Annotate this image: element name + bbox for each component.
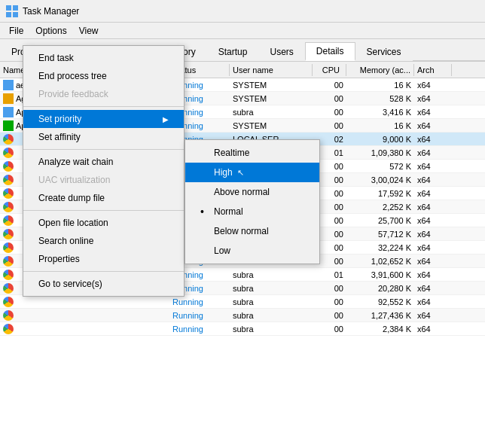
cell-arch: x64 bbox=[414, 270, 452, 279]
ctx-end-task[interactable]: End task bbox=[23, 49, 184, 67]
proc-icon bbox=[3, 242, 14, 253]
title-icon bbox=[6, 5, 18, 17]
svg-rect-1 bbox=[13, 5, 18, 11]
cell-cpu: 00 bbox=[313, 94, 346, 103]
sub-low[interactable]: Low bbox=[185, 241, 319, 261]
proc-icon bbox=[3, 256, 14, 267]
cell-user: SYSTEM bbox=[230, 121, 313, 130]
col-header-arch[interactable]: Arch bbox=[414, 64, 452, 76]
table-row[interactable]: Runningsubra001,27,436 Kx64 bbox=[0, 309, 485, 322]
cell-name bbox=[0, 310, 128, 321]
ctx-provide-feedback[interactable]: Provide feedback bbox=[23, 85, 184, 103]
sub-realtime[interactable]: Realtime bbox=[185, 143, 319, 163]
cell-mem: 92,552 K bbox=[346, 297, 414, 306]
cell-cpu: 00 bbox=[313, 108, 346, 117]
col-header-cpu[interactable]: CPU bbox=[313, 64, 346, 76]
title-text: Task Manager bbox=[23, 6, 79, 17]
tab-services[interactable]: Services bbox=[355, 43, 413, 61]
col-header-user[interactable]: User name bbox=[230, 64, 313, 76]
cell-status: Running bbox=[169, 325, 230, 334]
ctx-sep-2 bbox=[23, 149, 184, 150]
bullet-high bbox=[200, 166, 211, 178]
cell-mem: 16 K bbox=[346, 121, 414, 130]
ctx-search-online[interactable]: Search online bbox=[23, 232, 184, 250]
cell-cpu: 00 bbox=[313, 325, 346, 334]
ctx-properties[interactable]: Properties bbox=[23, 250, 184, 268]
proc-icon bbox=[3, 297, 14, 307]
cell-arch: x64 bbox=[414, 284, 452, 293]
cell-status: Running bbox=[169, 311, 230, 320]
cell-mem: 25,700 K bbox=[346, 216, 414, 225]
cell-mem: 1,09,380 K bbox=[346, 148, 414, 157]
proc-icon bbox=[3, 202, 14, 212]
proc-icon bbox=[3, 215, 14, 226]
cell-arch: x64 bbox=[414, 162, 452, 171]
cell-cpu: 00 bbox=[313, 311, 346, 320]
cell-name bbox=[0, 297, 128, 307]
cell-mem: 1,02,652 K bbox=[346, 257, 414, 266]
menu-options[interactable]: Options bbox=[29, 24, 72, 38]
proc-icon bbox=[3, 148, 14, 158]
cell-mem: 3,416 K bbox=[346, 108, 414, 117]
cell-arch: x64 bbox=[414, 175, 452, 184]
tab-startup[interactable]: Startup bbox=[207, 43, 259, 61]
proc-icon bbox=[3, 120, 14, 131]
cell-arch: x64 bbox=[414, 189, 452, 198]
title-bar: Task Manager bbox=[0, 0, 485, 23]
cell-mem: 20,280 K bbox=[346, 284, 414, 293]
cell-mem: 528 K bbox=[346, 94, 414, 103]
cell-name bbox=[0, 324, 128, 334]
cell-mem: 2,252 K bbox=[346, 203, 414, 212]
ctx-set-priority[interactable]: Set priority ▶ bbox=[23, 110, 184, 128]
proc-icon bbox=[3, 134, 14, 145]
menu-view[interactable]: View bbox=[73, 24, 105, 38]
context-menu: End task End process tree Provide feedba… bbox=[23, 45, 185, 297]
ctx-end-process-tree[interactable]: End process tree bbox=[23, 67, 184, 85]
col-header-mem[interactable]: Memory (ac... bbox=[346, 64, 414, 76]
submenu-arrow: ▶ bbox=[163, 115, 169, 123]
ctx-analyze-wait-chain[interactable]: Analyze wait chain bbox=[23, 153, 184, 171]
cell-arch: x64 bbox=[414, 108, 452, 117]
proc-icon bbox=[3, 270, 14, 280]
cell-user: subra bbox=[230, 311, 313, 320]
cell-arch: x64 bbox=[414, 94, 452, 103]
tab-users[interactable]: Users bbox=[258, 43, 304, 61]
ctx-open-file-location[interactable]: Open file location bbox=[23, 214, 184, 232]
svg-rect-3 bbox=[13, 12, 18, 17]
table-row[interactable]: Runningsubra0092,552 Kx64 bbox=[0, 295, 485, 309]
proc-icon bbox=[3, 107, 14, 117]
cell-mem: 16 K bbox=[346, 81, 414, 90]
ctx-sep-1 bbox=[23, 106, 184, 107]
ctx-go-to-services[interactable]: Go to service(s) bbox=[23, 275, 184, 293]
cell-mem: 9,000 K bbox=[346, 135, 414, 144]
sub-high[interactable]: High ↖ bbox=[185, 163, 319, 182]
ctx-create-dump-file[interactable]: Create dump file bbox=[23, 189, 184, 207]
cell-arch: x64 bbox=[414, 325, 452, 334]
proc-icon bbox=[3, 175, 14, 185]
cell-mem: 572 K bbox=[346, 162, 414, 171]
sub-normal[interactable]: • Normal bbox=[185, 202, 319, 221]
svg-rect-2 bbox=[6, 12, 11, 17]
sub-below-normal[interactable]: Below normal bbox=[185, 221, 319, 241]
cell-cpu: 00 bbox=[313, 121, 346, 130]
ctx-uac-virtualization[interactable]: UAC virtualization bbox=[23, 171, 184, 189]
menu-bar: File Options View bbox=[0, 23, 485, 39]
svg-rect-0 bbox=[6, 5, 11, 11]
cell-mem: 1,27,436 K bbox=[346, 311, 414, 320]
proc-icon bbox=[3, 188, 14, 199]
table-row[interactable]: Runningsubra002,384 Kx64 bbox=[0, 322, 485, 336]
cell-mem: 3,91,600 K bbox=[346, 270, 414, 279]
menu-file[interactable]: File bbox=[3, 24, 29, 38]
cell-user: SYSTEM bbox=[230, 94, 313, 103]
sub-above-normal[interactable]: Above normal bbox=[185, 182, 319, 202]
cell-arch: x64 bbox=[414, 257, 452, 266]
cell-user: subra bbox=[230, 284, 313, 293]
ctx-sep-4 bbox=[23, 271, 184, 272]
cell-arch: x64 bbox=[414, 230, 452, 239]
tab-details[interactable]: Details bbox=[305, 42, 355, 61]
cell-arch: x64 bbox=[414, 135, 452, 144]
cell-mem: 57,712 K bbox=[346, 230, 414, 239]
ctx-set-affinity[interactable]: Set affinity bbox=[23, 128, 184, 146]
bullet-realtime bbox=[200, 147, 211, 159]
cell-cpu: 01 bbox=[313, 270, 346, 279]
